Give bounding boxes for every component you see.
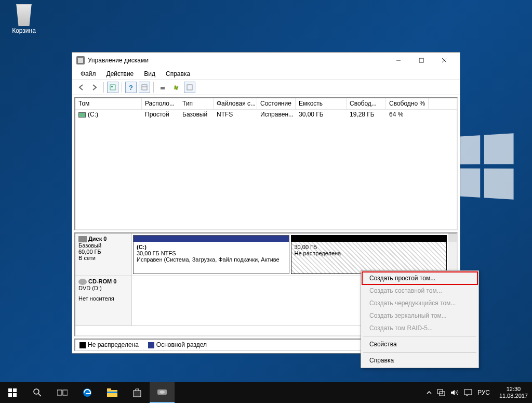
svg-rect-1 <box>419 58 423 62</box>
legend-swatch-primary <box>148 342 154 348</box>
language-indicator[interactable]: РУС <box>477 389 490 396</box>
window-title: Управление дисками <box>88 57 387 64</box>
column-fs[interactable]: Файловая с... <box>214 98 257 109</box>
svg-rect-17 <box>63 390 68 395</box>
toolbar-button-3[interactable] <box>170 82 182 93</box>
toolbar-button-2[interactable] <box>157 82 168 93</box>
disk-name: Диск 0 <box>88 236 107 242</box>
app-icon <box>76 56 85 64</box>
recycle-bin-icon <box>13 4 35 26</box>
volume-icon[interactable] <box>450 389 459 396</box>
partition-size: 30,00 ГБ NTFS <box>137 250 286 256</box>
taskbar: РУС 12:30 11.08.2017 <box>0 382 532 403</box>
windows-logo-bg <box>454 133 514 199</box>
column-status[interactable]: Состояние <box>257 98 296 109</box>
menu-view[interactable]: Вид <box>139 69 161 79</box>
svg-rect-27 <box>464 389 472 395</box>
nav-forward-button[interactable] <box>89 82 100 93</box>
edge-icon[interactable] <box>75 382 100 403</box>
svg-rect-10 <box>8 388 12 392</box>
start-button[interactable] <box>0 382 25 403</box>
menu-item-new-raid5-volume: Создать том RAID-5... <box>362 322 477 334</box>
toolbar-button[interactable] <box>139 82 150 93</box>
properties-button[interactable] <box>107 82 118 93</box>
disk-status: В сети <box>78 255 128 261</box>
disk-info[interactable]: CD-ROM 0 DVD (D:) Нет носителя <box>75 276 131 326</box>
partition-unallocated[interactable]: 30,00 ГБ Не распределена <box>291 235 447 274</box>
volume-row[interactable]: (C:) Простой Базовый NTFS Исправен... 30… <box>75 110 457 119</box>
svg-rect-16 <box>57 390 62 395</box>
disk-name: CD-ROM 0 <box>88 278 116 284</box>
svg-line-15 <box>38 394 41 396</box>
disk-size: 60,00 ГБ <box>78 249 128 255</box>
file-explorer-icon[interactable] <box>100 382 125 403</box>
disk-management-taskbar-icon[interactable] <box>150 382 175 403</box>
volume-status: Исправен... <box>257 110 296 119</box>
column-type[interactable]: Тип <box>179 98 214 109</box>
column-capacity[interactable]: Емкость <box>296 98 347 109</box>
volume-freepct: 64 % <box>386 110 429 119</box>
menu-help[interactable]: Справка <box>161 69 195 79</box>
column-freepct[interactable]: Свободно % <box>386 98 429 109</box>
nav-back-button[interactable] <box>75 82 87 93</box>
partition-status: Исправен (Система, Загрузка, Файл подкач… <box>137 256 286 263</box>
drive-icon <box>78 112 86 118</box>
cdrom-icon <box>78 279 87 285</box>
task-view-button[interactable] <box>50 382 75 403</box>
column-tom[interactable]: Том <box>75 98 142 109</box>
recycle-bin-desktop-icon[interactable]: Корзина <box>5 4 43 34</box>
toolbar-button-4[interactable] <box>184 82 195 93</box>
legend-label: Не распределена <box>88 341 139 348</box>
action-center-icon[interactable] <box>464 389 472 396</box>
partition-c[interactable]: (C:) 30,00 ГБ NTFS Исправен (Система, За… <box>133 235 289 274</box>
menu-action[interactable]: Действие <box>101 69 139 79</box>
column-layout[interactable]: Располо... <box>142 98 179 109</box>
network-icon[interactable] <box>437 389 445 396</box>
disk-icon <box>78 236 87 242</box>
store-icon[interactable] <box>125 382 150 403</box>
close-button[interactable] <box>433 53 456 68</box>
tray-chevron-up-icon[interactable] <box>427 390 432 395</box>
disk-status: Нет носителя <box>78 295 128 302</box>
svg-rect-11 <box>13 388 17 392</box>
menu-item-properties[interactable]: Свойства <box>362 338 477 350</box>
menu-item-new-striped-volume: Создать чередующийся том... <box>362 297 477 309</box>
minimize-button[interactable] <box>387 53 410 68</box>
legend-label: Основной раздел <box>156 341 207 348</box>
volume-list[interactable]: Том Располо... Тип Файловая с... Состоян… <box>74 97 458 230</box>
menu-separator <box>363 336 476 336</box>
partition-name: (C:) <box>137 244 286 250</box>
volume-layout: Простой <box>142 110 179 119</box>
recycle-bin-label: Корзина <box>5 27 43 34</box>
volume-list-header: Том Располо... Тип Файловая с... Состоян… <box>75 98 457 110</box>
svg-rect-21 <box>107 392 117 393</box>
clock[interactable]: 12:30 11.08.2017 <box>495 386 532 399</box>
svg-rect-13 <box>13 393 17 397</box>
titlebar[interactable]: Управление дисками <box>72 53 460 68</box>
menu-item-new-simple-volume[interactable]: Создать простой том... <box>362 272 477 284</box>
maximize-button[interactable] <box>410 53 433 68</box>
svg-rect-6 <box>142 85 147 90</box>
svg-rect-22 <box>134 391 141 397</box>
menu-file[interactable]: Файл <box>75 69 101 79</box>
volume-free: 19,28 ГБ <box>347 110 386 119</box>
menu-item-help[interactable]: Справка <box>362 354 477 367</box>
svg-rect-5 <box>111 86 113 87</box>
clock-date: 11.08.2017 <box>499 393 528 399</box>
volume-name: (C:) <box>88 111 98 118</box>
svg-rect-20 <box>107 388 111 391</box>
column-free[interactable]: Свобод... <box>347 98 386 109</box>
menu-item-new-spanned-volume: Создать составной том... <box>362 284 477 297</box>
context-menu: Создать простой том... Создать составной… <box>361 270 479 368</box>
disk-info[interactable]: Диск 0 Базовый 60,00 ГБ В сети <box>75 233 131 276</box>
partition-status: Не распределена <box>295 250 444 256</box>
svg-point-14 <box>34 389 39 394</box>
svg-rect-8 <box>161 87 165 89</box>
search-button[interactable] <box>25 382 50 403</box>
toolbar: ? <box>72 80 460 95</box>
disk-type: DVD (D:) <box>78 285 128 291</box>
partition-size: 30,00 ГБ <box>295 244 444 250</box>
disk-type: Базовый <box>78 242 128 249</box>
legend-swatch-unallocated <box>79 342 86 348</box>
help-button[interactable]: ? <box>125 82 137 93</box>
